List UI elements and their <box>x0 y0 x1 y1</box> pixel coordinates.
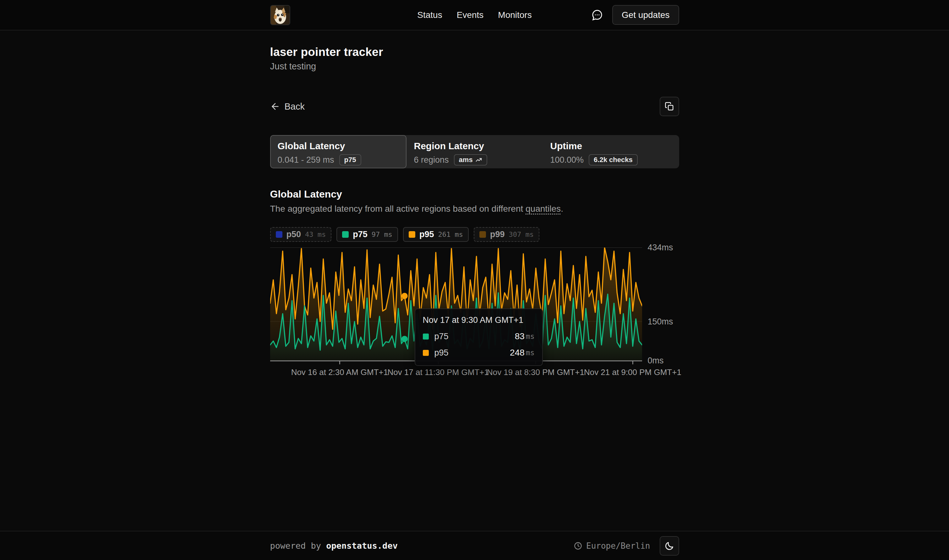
feedback-chat-button[interactable] <box>591 9 603 22</box>
x-tick-label: Nov 17 at 11:30 PM GMT+1 <box>387 368 489 377</box>
legend-item-p75[interactable]: p75 97 ms <box>337 227 398 242</box>
tooltip-label: p95 <box>434 348 449 358</box>
tab-global-latency[interactable]: Global Latency 0.041 - 259 ms p75 <box>270 135 406 168</box>
chart-legend: p50 43 ms p75 97 ms p95 261 ms p99 307 m… <box>270 227 679 242</box>
legend-item-p50[interactable]: p50 43 ms <box>270 227 332 242</box>
tab-region-latency[interactable]: Region Latency 6 regions ams <box>406 135 543 168</box>
main-content: laser pointer tracker Just testing Back <box>0 31 949 531</box>
legend-label: p75 <box>353 229 368 239</box>
region-badge: ams <box>454 154 487 166</box>
legend-value: 307 ms <box>509 231 534 238</box>
toolbar: Back <box>270 97 679 116</box>
p75-badge: p75 <box>339 154 361 166</box>
get-updates-button[interactable]: Get updates <box>612 5 679 25</box>
tab-value: 100.00% <box>551 155 584 165</box>
clock-icon <box>574 542 582 550</box>
back-label: Back <box>285 102 305 112</box>
legend-value: 261 ms <box>438 231 463 238</box>
checks-badge: 6.2k checks <box>589 154 638 166</box>
powered-by-text: powered by <box>270 541 326 551</box>
tooltip-value: 83 <box>515 331 524 342</box>
logo-image[interactable] <box>270 5 290 25</box>
y-tick-label: 0ms <box>648 356 664 366</box>
copy-icon <box>665 102 674 111</box>
tooltip-unit: ms <box>526 349 535 357</box>
tooltip-unit: ms <box>526 332 535 340</box>
tab-title: Region Latency <box>414 141 535 151</box>
section-title: Global Latency <box>270 188 679 200</box>
legend-item-p99[interactable]: p99 307 ms <box>474 227 539 242</box>
y-tick-label: 150ms <box>648 317 673 326</box>
tab-title: Global Latency <box>278 141 399 151</box>
nav-link-monitors[interactable]: Monitors <box>498 10 532 20</box>
latency-chart: Nov 16 at 2:30 AM GMT+1Nov 17 at 11:30 P… <box>270 248 679 379</box>
p95-swatch <box>409 231 415 238</box>
p50-swatch <box>276 231 282 238</box>
back-link[interactable]: Back <box>270 102 305 112</box>
section-description: The aggregated latency from all active r… <box>270 204 679 214</box>
x-axis-labels: Nov 16 at 2:30 AM GMT+1Nov 17 at 11:30 P… <box>270 366 642 379</box>
y-tick-label: 434ms <box>648 243 673 252</box>
nav-link-status[interactable]: Status <box>417 10 442 20</box>
nav-links: Status Events Monitors <box>417 10 532 20</box>
legend-item-p95[interactable]: p95 261 ms <box>403 227 469 242</box>
tab-value: 0.041 - 259 ms <box>278 155 334 165</box>
moon-icon <box>664 541 674 551</box>
timezone: Europe/Berlin <box>574 541 650 551</box>
legend-value: 43 ms <box>305 231 326 238</box>
p95-swatch <box>423 350 429 356</box>
x-tick-label: Nov 16 at 2:30 AM GMT+1 <box>291 368 388 377</box>
chart-tooltip: Nov 17 at 9:30 AM GMT+1 p75 83 ms p95 24… <box>415 308 543 366</box>
openstatus-link[interactable]: openstatus.dev <box>326 541 398 551</box>
copy-link-button[interactable] <box>660 97 679 116</box>
p75-swatch <box>423 334 429 340</box>
tooltip-timestamp: Nov 17 at 9:30 AM GMT+1 <box>423 315 535 325</box>
cat-logo-icon <box>271 6 290 25</box>
status-page: Status Events Monitors Get updates la <box>0 0 949 560</box>
page-subtitle: Just testing <box>270 61 679 72</box>
legend-value: 97 ms <box>372 231 392 238</box>
tooltip-value: 248 <box>510 348 524 358</box>
page-title: laser pointer tracker <box>270 46 679 59</box>
nav-link-events[interactable]: Events <box>457 10 484 20</box>
p75-swatch <box>342 231 349 238</box>
tooltip-label: p75 <box>434 332 449 342</box>
tab-uptime[interactable]: Uptime 100.00% 6.2k checks <box>543 135 679 168</box>
tab-title: Uptime <box>551 141 672 151</box>
timezone-label: Europe/Berlin <box>586 541 650 551</box>
powered-by: powered by openstatus.dev <box>270 541 398 551</box>
theme-toggle-button[interactable] <box>660 536 679 555</box>
y-axis-labels: 434ms150ms0ms <box>642 248 679 379</box>
footer: powered by openstatus.dev Europe/Berlin <box>0 531 949 560</box>
region-badge-label: ams <box>459 156 473 164</box>
tooltip-row-p75: p75 83 ms <box>423 331 535 342</box>
legend-label: p99 <box>490 229 505 239</box>
x-tick-label: Nov 19 at 8:30 PM GMT+1 <box>487 368 584 377</box>
p99-swatch <box>479 231 486 238</box>
legend-label: p95 <box>419 229 434 239</box>
description-text: The aggregated latency from all active r… <box>270 204 526 214</box>
trending-up-icon <box>475 156 482 163</box>
top-nav: Status Events Monitors Get updates <box>0 0 949 31</box>
tooltip-row-p95: p95 248 ms <box>423 348 535 358</box>
quantiles-link[interactable]: quantiles <box>526 204 561 214</box>
legend-label: p50 <box>286 229 301 239</box>
chart-plot-area[interactable]: Nov 16 at 2:30 AM GMT+1Nov 17 at 11:30 P… <box>270 248 642 379</box>
metric-tabs: Global Latency 0.041 - 259 ms p75 Region… <box>270 135 679 168</box>
description-period: . <box>561 204 563 214</box>
arrow-left-icon <box>270 102 280 111</box>
chat-bubble-icon <box>591 9 603 22</box>
tab-value: 6 regions <box>414 155 449 165</box>
